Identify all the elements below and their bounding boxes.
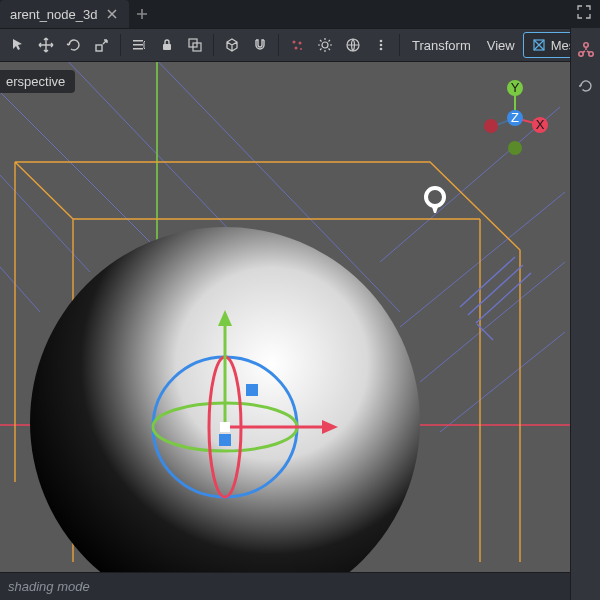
svg-point-9 <box>295 47 298 50</box>
toolbar-separator <box>213 34 214 56</box>
svg-point-13 <box>380 40 383 43</box>
status-bar: shading mode <box>0 572 570 600</box>
lock-icon[interactable] <box>153 31 181 59</box>
move-tool-icon[interactable] <box>32 31 60 59</box>
projection-badge[interactable]: erspective <box>0 70 75 93</box>
scene-tab-bar: arent_node_3d <box>0 0 600 28</box>
svg-point-14 <box>380 44 383 47</box>
svg-rect-1 <box>133 40 143 42</box>
viewport-toolbar: Transform View Mesh <box>0 28 600 62</box>
gizmo-plane-handle <box>219 434 231 446</box>
snap-list-icon[interactable] <box>125 31 153 59</box>
svg-text:Z: Z <box>511 110 519 125</box>
projection-label: erspective <box>6 74 65 89</box>
toolbar-separator <box>399 34 400 56</box>
svg-text:Y: Y <box>511 80 520 95</box>
scene-tab[interactable]: arent_node_3d <box>0 0 129 28</box>
svg-point-21 <box>426 188 444 206</box>
scale-tool-icon[interactable] <box>88 31 116 59</box>
toolbar-separator <box>120 34 121 56</box>
close-icon[interactable] <box>105 7 119 21</box>
svg-text:X: X <box>536 117 545 132</box>
select-tool-icon[interactable] <box>4 31 32 59</box>
svg-rect-3 <box>133 48 143 50</box>
svg-point-10 <box>300 48 302 50</box>
svg-point-31 <box>484 119 498 133</box>
gizmo-plane-handle <box>246 384 258 396</box>
svg-point-11 <box>322 42 328 48</box>
view-menu[interactable]: View <box>479 31 523 59</box>
expand-icon[interactable] <box>576 4 592 20</box>
viewport-3d[interactable]: erspective Y X Z <box>0 62 570 572</box>
transform-menu[interactable]: Transform <box>404 31 479 59</box>
rotate-tool-icon[interactable] <box>60 31 88 59</box>
svg-point-15 <box>380 48 383 51</box>
sun-icon[interactable] <box>311 31 339 59</box>
add-tab-button[interactable] <box>129 1 155 27</box>
gizmo-origin <box>220 422 230 432</box>
svg-rect-0 <box>96 45 102 51</box>
cube-icon[interactable] <box>218 31 246 59</box>
magnet-icon[interactable] <box>246 31 274 59</box>
svg-point-7 <box>293 41 296 44</box>
svg-point-8 <box>299 42 302 45</box>
status-text: shading mode <box>8 579 90 594</box>
orientation-gizmo[interactable]: Y X Z <box>478 78 552 162</box>
particles-icon[interactable] <box>283 31 311 59</box>
right-dock <box>570 28 600 600</box>
svg-rect-4 <box>163 44 171 50</box>
history-panel-icon[interactable] <box>574 74 598 98</box>
svg-point-33 <box>583 43 587 47</box>
toolbar-separator <box>278 34 279 56</box>
group-icon[interactable] <box>181 31 209 59</box>
scene-tab-title: arent_node_3d <box>10 7 97 22</box>
more-icon[interactable] <box>367 31 395 59</box>
svg-point-32 <box>508 141 522 155</box>
environment-icon[interactable] <box>339 31 367 59</box>
svg-rect-2 <box>133 44 143 46</box>
node-panel-icon[interactable] <box>574 38 598 62</box>
mesh-icon <box>532 38 546 52</box>
